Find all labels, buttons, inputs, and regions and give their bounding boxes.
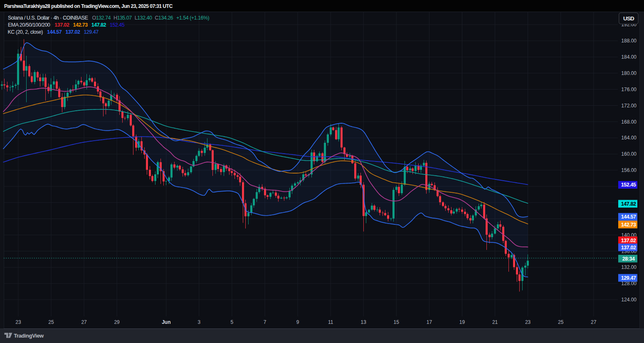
svg-text:184.00: 184.00 bbox=[621, 54, 637, 60]
svg-text:28:34: 28:34 bbox=[622, 256, 635, 262]
svg-text:172.00: 172.00 bbox=[621, 103, 637, 109]
svg-text:17: 17 bbox=[427, 319, 432, 325]
svg-text:ParshwaTurakhiya28 published o: ParshwaTurakhiya28 published on TradingV… bbox=[4, 3, 173, 9]
svg-text:9: 9 bbox=[296, 319, 299, 325]
svg-text:129.47: 129.47 bbox=[621, 275, 636, 281]
svg-text:188.00: 188.00 bbox=[621, 38, 637, 44]
svg-text:5: 5 bbox=[231, 319, 234, 325]
svg-text:25: 25 bbox=[558, 319, 564, 325]
svg-text:15: 15 bbox=[394, 319, 400, 325]
svg-text:19: 19 bbox=[459, 319, 465, 325]
svg-text:147.82: 147.82 bbox=[621, 201, 636, 207]
svg-text:KC (20, 2, close) 144.57 137.0: KC (20, 2, close) 144.57 137.02 129.47 bbox=[7, 29, 99, 35]
svg-text:152.45: 152.45 bbox=[621, 182, 636, 188]
svg-text:180.00: 180.00 bbox=[621, 70, 637, 76]
svg-text:27: 27 bbox=[591, 319, 597, 325]
svg-text:156.00: 156.00 bbox=[621, 167, 637, 173]
svg-text:Solana / U.S. Dollar · 4h · CO: Solana / U.S. Dollar · 4h · COINBASE O13… bbox=[8, 15, 210, 21]
svg-text:137.02: 137.02 bbox=[621, 238, 636, 244]
svg-text:168.00: 168.00 bbox=[621, 119, 637, 125]
svg-text:27: 27 bbox=[81, 319, 87, 325]
svg-text:USD: USD bbox=[623, 15, 634, 22]
svg-text:160.00: 160.00 bbox=[621, 151, 637, 157]
svg-text:176.00: 176.00 bbox=[621, 87, 637, 92]
svg-text:29: 29 bbox=[114, 319, 120, 325]
svg-text:13: 13 bbox=[361, 319, 367, 325]
svg-text:142.73: 142.73 bbox=[621, 222, 636, 228]
svg-text:164.00: 164.00 bbox=[621, 135, 637, 141]
svg-text:11: 11 bbox=[328, 319, 333, 325]
svg-text:132.00: 132.00 bbox=[621, 264, 637, 270]
svg-text:124.00: 124.00 bbox=[621, 297, 637, 303]
svg-text:3: 3 bbox=[197, 319, 200, 325]
svg-text:TradingView: TradingView bbox=[14, 333, 44, 339]
svg-text:144.57: 144.57 bbox=[621, 214, 636, 220]
svg-text:Jun: Jun bbox=[162, 319, 170, 325]
svg-text:23: 23 bbox=[525, 319, 531, 325]
svg-text:7: 7 bbox=[264, 319, 266, 325]
svg-text:137.02: 137.02 bbox=[621, 245, 636, 251]
svg-text:25: 25 bbox=[48, 319, 54, 325]
svg-text:23: 23 bbox=[15, 319, 21, 325]
svg-text:21: 21 bbox=[492, 319, 498, 325]
